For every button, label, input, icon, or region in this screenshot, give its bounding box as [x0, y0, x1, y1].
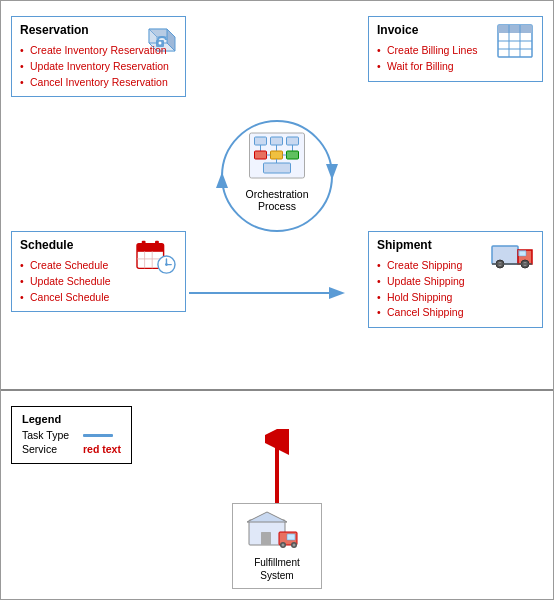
svg-marker-52	[247, 512, 287, 522]
svg-point-59	[293, 544, 296, 547]
list-item: Update Inventory Reservation	[20, 59, 177, 75]
invoice-box: Invoice Create Billing Lines Wait for Bi…	[368, 16, 543, 82]
shipment-box: Shipment Create Shipping Update Shipping…	[368, 231, 543, 328]
legend-task-type: Task Type	[22, 429, 121, 441]
list-item: Cancel Shipping	[377, 305, 534, 321]
svg-rect-25	[264, 163, 291, 173]
legend-title: Legend	[22, 413, 121, 425]
fulfillment-arrow	[265, 429, 289, 509]
list-item: Create Schedule	[20, 258, 177, 274]
fulfillment-box: FulfillmentSystem	[232, 503, 322, 589]
list-item: Cancel Inventory Reservation	[20, 75, 177, 91]
svg-rect-33	[142, 241, 146, 247]
svg-rect-14	[255, 137, 267, 145]
diagram-section: Reservation Create Inventory Reservation…	[1, 1, 553, 391]
svg-rect-15	[271, 137, 283, 145]
svg-rect-22	[287, 151, 299, 159]
invoice-list: Create Billing Lines Wait for Billing	[377, 43, 534, 75]
legend-service-label: Service	[22, 443, 77, 455]
legend-box: Legend Task Type Service red text	[11, 406, 132, 464]
list-item: Cancel Schedule	[20, 290, 177, 306]
schedule-list: Create Schedule Update Schedule Cancel S…	[20, 258, 177, 305]
svg-rect-55	[287, 534, 295, 540]
shipment-list: Create Shipping Update Shipping Hold Shi…	[377, 258, 534, 321]
main-container: Reservation Create Inventory Reservation…	[0, 0, 554, 600]
list-item: Hold Shipping	[377, 290, 534, 306]
orchestration-label: OrchestrationProcess	[245, 188, 308, 212]
legend-task-label: Task Type	[22, 429, 77, 441]
fulfillment-label: FulfillmentSystem	[245, 556, 309, 582]
reservation-list: Create Inventory Reservation Update Inve…	[20, 43, 177, 90]
schedule-box: Schedule Create Schedule Update Schedule…	[11, 231, 186, 312]
list-item: Create Inventory Reservation	[20, 43, 177, 59]
orchestration-center: OrchestrationProcess	[245, 131, 310, 212]
list-item: Create Shipping	[377, 258, 534, 274]
svg-rect-16	[287, 137, 299, 145]
svg-rect-34	[155, 241, 159, 247]
legend-service: Service red text	[22, 443, 121, 455]
list-item: Create Billing Lines	[377, 43, 534, 59]
bottom-section: Legend Task Type Service red text	[1, 391, 553, 599]
svg-rect-20	[255, 151, 267, 159]
legend-service-value: red text	[83, 443, 121, 455]
svg-rect-43	[519, 251, 526, 256]
reservation-box: Reservation Create Inventory Reservation…	[11, 16, 186, 97]
legend-task-line	[83, 434, 113, 437]
svg-rect-8	[498, 25, 532, 33]
svg-point-57	[282, 544, 285, 547]
schedule-to-shipment-arrow	[189, 283, 349, 303]
svg-rect-21	[271, 151, 283, 159]
list-item: Wait for Billing	[377, 59, 534, 75]
list-item: Update Shipping	[377, 274, 534, 290]
svg-rect-28	[137, 244, 164, 252]
list-item: Update Schedule	[20, 274, 177, 290]
svg-rect-53	[261, 532, 271, 545]
